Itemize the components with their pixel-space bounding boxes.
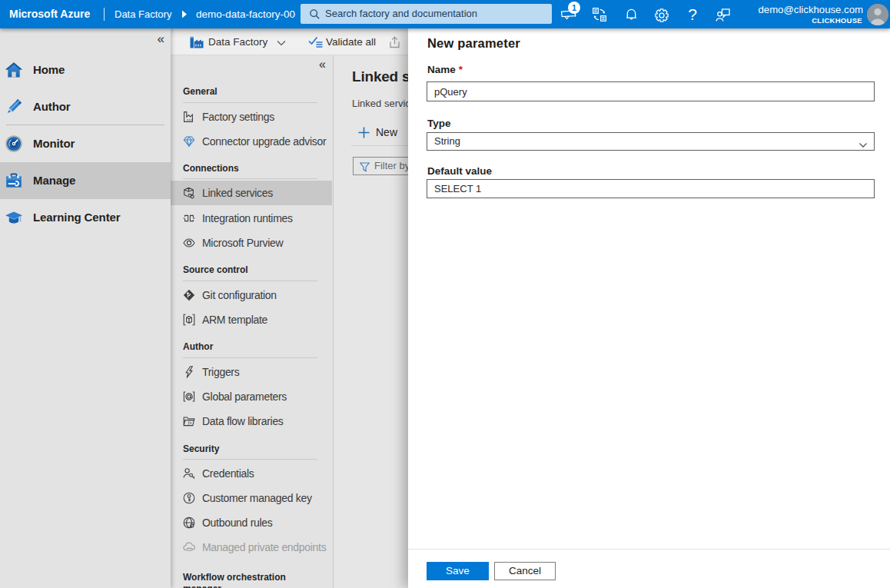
svg-text:fx: fx bbox=[188, 420, 192, 425]
